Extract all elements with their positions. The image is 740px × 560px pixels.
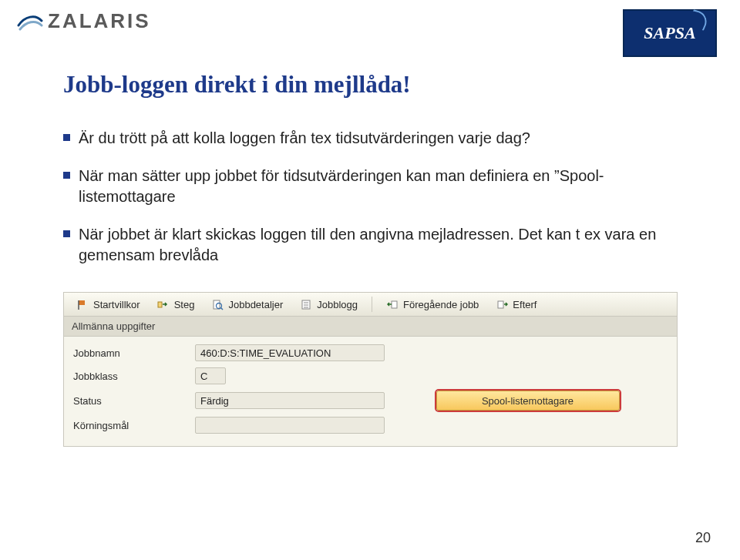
page-title: Jobb-loggen direkt i din mejllåda! [63,71,677,99]
toolbar-separator [372,297,372,312]
row-jobbnamn: Jobbnamn 460:D:S:TIME_EVALUATION [70,341,671,364]
svg-line-5 [220,307,223,310]
label-status: Status [70,395,195,407]
label-jobbklass: Jobbklass [70,371,195,382]
svg-rect-10 [392,301,397,308]
field-jobbklass[interactable]: C [195,367,226,384]
content: Jobb-loggen direkt i din mejllåda! Är du… [0,57,740,266]
zalaris-text: ZALARIS [48,9,151,33]
log-icon [300,298,312,310]
sap-window: Startvillkor Steg Jobbdetaljer Jobblogg [63,292,678,447]
zalaris-swoosh-icon [17,10,43,33]
list-item: Är du trött på att kolla loggen från tex… [63,128,677,149]
sap-toolbar: Startvillkor Steg Jobbdetaljer Jobblogg [64,293,677,317]
toolbar-label: Steg [174,299,195,310]
toolbar-jobbdetaljer[interactable]: Jobbdetaljer [204,296,291,313]
page-number: 20 [695,530,711,546]
svg-rect-2 [158,302,162,307]
list-item: När man sätter upp jobbet för tidsutvärd… [63,166,677,207]
bullet-list: Är du trött på att kolla loggen från tex… [63,128,677,266]
toolbar-label: Jobblogg [317,299,358,310]
row-jobbklass: Jobbklass C [70,364,671,387]
toolbar-efterf[interactable]: Efterf [488,296,544,313]
toolbar-label: Jobbdetaljer [228,299,283,310]
field-korningsmal[interactable] [195,417,385,434]
zalaris-logo: ZALARIS [17,9,151,33]
step-icon [157,298,170,310]
toolbar-steg[interactable]: Steg [150,296,203,313]
svg-rect-0 [79,300,85,305]
label-jobbnamn: Jobbnamn [70,347,195,359]
detail-icon [211,298,224,310]
toolbar-jobblogg[interactable]: Jobblogg [292,296,365,313]
header: ZALARIS SAPSA [0,0,740,57]
prev-icon [386,298,399,310]
list-item: När jobbet är klart skickas loggen till … [63,224,677,266]
sapsa-text: SAPSA [644,23,695,43]
toolbar-label: Föregående jobb [403,299,479,310]
toolbar-startvillkor[interactable]: Startvillkor [69,296,148,313]
toolbar-label: Efterf [513,299,536,310]
sap-section-header: Allmänna uppgifter [64,317,677,337]
row-status: Status Färdig Spool-listemottagare [70,387,671,414]
sapsa-badge: SAPSA [623,9,717,57]
field-status[interactable]: Färdig [195,392,385,409]
row-korningsmal: Körningsmål [70,414,671,437]
field-jobbnamn[interactable]: 460:D:S:TIME_EVALUATION [195,344,385,361]
sap-form: Jobbnamn 460:D:S:TIME_EVALUATION Jobbkla… [64,337,677,446]
toolbar-foregaende-jobb[interactable]: Föregående jobb [378,296,486,313]
toolbar-label: Startvillkor [93,299,140,310]
flag-icon [76,298,89,310]
next-icon [496,298,508,310]
svg-rect-11 [498,301,503,308]
spool-listemottagare-button[interactable]: Spool-listemottagare [436,391,620,411]
label-korningsmal: Körningsmål [70,420,195,431]
